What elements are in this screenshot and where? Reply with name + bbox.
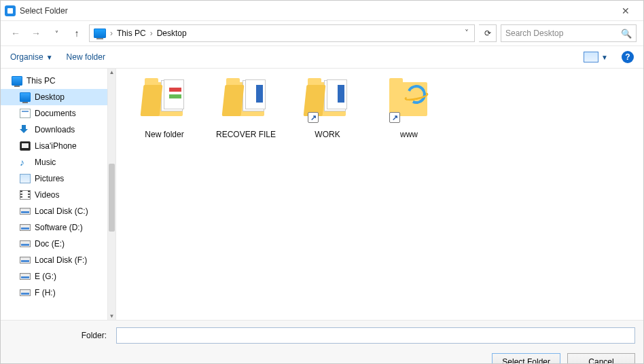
chevron-down-icon: ▼ [46,54,53,61]
tree-item-iphone[interactable]: Lisa'iPhone [1,138,107,154]
history-dropdown[interactable]: ˅ [48,25,65,41]
close-button[interactable]: ✕ [612,5,639,16]
address-bar[interactable]: › This PC › Desktop ˅ [89,24,475,42]
tree-item-local-disk-f[interactable]: Local Disk (F:) [1,252,107,268]
tree-item-label: Local Disk (F:) [35,255,87,265]
up-button[interactable]: ↑ [69,25,85,41]
tree-item-doc-e[interactable]: Doc (E:) [1,236,107,252]
organise-label: Organise [10,52,43,62]
phone-icon [20,141,31,151]
tree-root-this-pc[interactable]: This PC [1,73,107,89]
search-input[interactable]: Search Desktop 🔍 [501,24,637,42]
tree-item-e-g[interactable]: E (G:) [1,268,107,285]
disk-icon [20,257,31,263]
scroll-up-icon[interactable]: ▲ [108,69,115,75]
folder-name-input[interactable] [116,327,635,344]
breadcrumb-current[interactable]: Desktop [157,29,187,38]
shortcut-arrow-icon: ↗ [308,112,319,123]
view-options[interactable]: ▼ [584,52,608,62]
breadcrumb-sep-icon: › [109,29,114,38]
help-button[interactable]: ? [622,51,634,63]
desktop-icon [20,92,31,102]
breadcrumb-sep-icon: › [149,29,154,38]
tree-item-videos[interactable]: Videos [1,187,107,203]
tree-item-label: F (H:) [35,288,56,297]
window-title: Select Folder [20,6,68,16]
tree-item-local-disk-c[interactable]: Local Disk (C:) [1,203,107,219]
tree-item-documents[interactable]: Documents [1,105,107,122]
tree-item-label: Documents [35,109,76,118]
item-label: WORK [297,130,358,139]
content-area[interactable]: New folder RECOVER FILE ↗ [116,69,643,320]
tree-item-label: Pictures [35,174,64,183]
videos-icon [20,190,31,200]
nav-row: ← → ˅ ↑ › This PC › Desktop ˅ ⟳ Search D… [1,21,643,46]
documents-icon [20,109,31,118]
tree-item-label: Music [35,158,56,167]
breadcrumb-root[interactable]: This PC [117,29,146,38]
disk-icon [20,273,31,280]
select-folder-button[interactable]: Select Folder [492,353,560,364]
pictures-icon [20,174,31,183]
scroll-down-icon[interactable]: ▼ [108,313,115,319]
search-placeholder: Search Desktop [505,29,621,38]
forward-button[interactable]: → [28,25,44,41]
disk-icon [20,289,31,296]
tree-item-desktop[interactable]: Desktop [1,89,107,105]
folder-item-new-folder[interactable]: New folder [134,75,195,139]
tree-item-music[interactable]: ♪ Music [1,154,107,170]
item-label: New folder [134,130,195,139]
thumbnail-view-icon [584,52,598,62]
title-bar: Select Folder ✕ [1,1,643,21]
app-icon [5,5,16,16]
item-label: RECOVER FILE [215,130,276,139]
back-button[interactable]: ← [7,25,24,41]
tree-item-f-h[interactable]: F (H:) [1,285,107,301]
music-icon: ♪ [20,158,31,167]
tree-item-label: Local Disk (C:) [35,206,88,216]
this-pc-icon [12,76,22,86]
disk-icon [20,224,31,231]
tree-item-label: Doc (E:) [35,239,65,249]
cancel-button[interactable]: Cancel [567,353,635,364]
this-pc-icon [94,29,106,38]
item-label: www [378,130,440,139]
tree-item-downloads[interactable]: Downloads [1,122,107,138]
tree-item-label: E (G:) [35,272,56,281]
tree-item-label: Downloads [35,125,75,134]
tree-item-label: Software (D:) [35,223,83,232]
disk-icon [20,240,31,247]
nav-tree[interactable]: This PC Desktop Documents Downloads Lisa… [1,69,108,320]
footer-panel: Folder: Select Folder Cancel [1,320,643,364]
shortcut-item-work[interactable]: ↗ WORK [297,75,358,139]
organise-menu[interactable]: Organise ▼ [10,52,53,62]
tree-item-label: Desktop [35,92,65,102]
folder-field-label: Folder: [9,331,111,340]
chevron-down-icon: ▼ [601,54,608,61]
folder-item-recover-file[interactable]: RECOVER FILE [215,75,276,139]
tree-root-label: This PC [26,76,56,86]
toolbar: Organise ▼ New folder ▼ ? [1,46,643,69]
tree-item-pictures[interactable]: Pictures [1,170,107,187]
tree-item-label: Lisa'iPhone [35,141,77,151]
scroll-thumb[interactable] [109,164,115,232]
tree-item-software-d[interactable]: Software (D:) [1,219,107,236]
search-icon: 🔍 [621,29,632,39]
new-folder-button[interactable]: New folder [67,52,105,62]
downloads-icon [20,125,31,134]
disk-icon [20,208,31,215]
refresh-button[interactable]: ⟳ [479,24,497,42]
address-dropdown-icon[interactable]: ˅ [462,29,471,38]
tree-item-label: Videos [35,190,59,200]
shortcut-item-www[interactable]: ↗ www [378,75,440,139]
tree-scrollbar[interactable]: ▲ ▼ [108,69,116,320]
shortcut-arrow-icon: ↗ [389,112,400,123]
